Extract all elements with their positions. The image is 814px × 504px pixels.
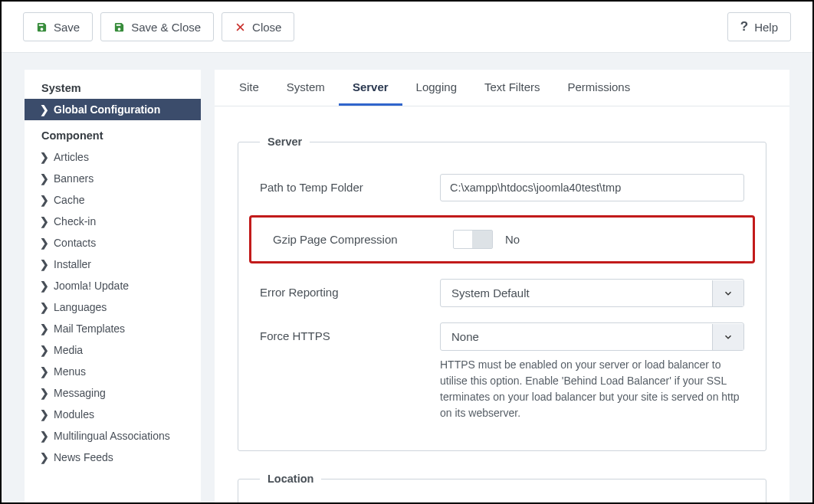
sidebar-item-modules[interactable]: ❯Modules (25, 404, 201, 425)
sidebar-item-global-configuration[interactable]: ❯ Global Configuration (25, 99, 201, 120)
label-path: Path to Temp Folder (260, 174, 440, 194)
chevron-right-icon: ❯ (40, 215, 48, 227)
row-force-https: Force HTTPS None HTTPS must be enabled o… (238, 315, 766, 429)
sidebar-item-media[interactable]: ❯Media (25, 339, 201, 361)
sidebar-item-joomla-update[interactable]: ❯Joomla! Update (25, 275, 201, 296)
server-panel: Server Path to Temp Folder Gzip Page Com… (238, 136, 766, 451)
sidebar-item-label: Mail Templates (54, 322, 125, 335)
close-label: Close (252, 21, 281, 34)
sidebar-item-label: Media (54, 344, 83, 356)
location-panel: Location (238, 473, 766, 504)
sidebar-item-label: Global Configuration (54, 103, 160, 116)
chevron-down-icon (712, 324, 743, 350)
chevron-right-icon: ❯ (40, 194, 48, 206)
sidebar-group-component: Component (25, 120, 201, 146)
help-button[interactable]: ? Help (727, 12, 791, 41)
tab-system[interactable]: System (273, 70, 339, 106)
chevron-right-icon: ❯ (40, 237, 48, 249)
sidebar-item-installer[interactable]: ❯Installer (25, 254, 201, 275)
sidebar: System ❯ Global Configuration Component … (25, 70, 201, 504)
tab-text-filters[interactable]: Text Filters (471, 70, 554, 106)
save-close-label: Save & Close (131, 21, 201, 34)
gzip-toggle[interactable]: No (453, 230, 731, 249)
help-icon: ? (740, 19, 748, 34)
label-force-https: Force HTTPS (260, 322, 440, 342)
tab-site[interactable]: Site (225, 70, 273, 106)
close-icon (235, 21, 246, 33)
sidebar-item-banners[interactable]: ❯Banners (25, 168, 201, 189)
tab-permissions[interactable]: Permissions (554, 70, 645, 106)
sidebar-item-label: Articles (54, 151, 89, 163)
save-icon (113, 21, 125, 33)
sidebar-item-languages[interactable]: ❯Languages (25, 296, 201, 318)
sidebar-item-articles[interactable]: ❯Articles (25, 146, 201, 168)
sidebar-item-label: Banners (54, 172, 94, 185)
toolbar: Save Save & Close Close ? Help (2, 2, 812, 53)
save-label: Save (54, 21, 80, 34)
sidebar-item-label: Modules (54, 408, 94, 421)
switch-knob (472, 231, 492, 248)
chevron-right-icon: ❯ (40, 430, 48, 442)
chevron-right-icon: ❯ (40, 301, 48, 313)
panel-legend: Location (260, 473, 321, 485)
sidebar-item-mail-templates[interactable]: ❯Mail Templates (25, 318, 201, 339)
save-close-button[interactable]: Save & Close (100, 12, 214, 41)
sidebar-item-contacts[interactable]: ❯Contacts (25, 232, 201, 254)
chevron-right-icon: ❯ (40, 103, 48, 116)
sidebar-item-label: Joomla! Update (54, 280, 129, 292)
path-to-temp-input[interactable] (440, 174, 744, 201)
chevron-right-icon: ❯ (40, 408, 48, 421)
row-path-to-temp: Path to Temp Folder (238, 166, 766, 209)
sidebar-item-label: News Feeds (54, 451, 113, 463)
save-button[interactable]: Save (23, 12, 93, 41)
chevron-right-icon: ❯ (40, 365, 48, 378)
chevron-right-icon: ❯ (40, 280, 48, 292)
sidebar-item-label: Installer (54, 258, 91, 270)
sidebar-item-label: Cache (54, 194, 84, 206)
tabs: SiteSystemServerLoggingText FiltersPermi… (215, 70, 789, 106)
chevron-right-icon: ❯ (40, 344, 48, 356)
sidebar-item-news-feeds[interactable]: ❯News Feeds (25, 447, 201, 468)
sidebar-item-multilingual-associations[interactable]: ❯Multilingual Associations (25, 425, 201, 447)
tab-server[interactable]: Server (339, 70, 402, 106)
content-area: SiteSystemServerLoggingText FiltersPermi… (215, 70, 789, 504)
force-https-help-text: HTTPS must be enabled on your server or … (440, 357, 744, 421)
switch-value-label: No (505, 233, 520, 246)
force-https-select[interactable]: None (440, 322, 744, 351)
sidebar-item-label: Contacts (54, 237, 96, 249)
sidebar-item-menus[interactable]: ❯Menus (25, 361, 201, 382)
row-gzip-compression-highlighted: Gzip Page Compression No (249, 215, 755, 263)
chevron-right-icon: ❯ (40, 151, 48, 163)
sidebar-item-check-in[interactable]: ❯Check-in (25, 211, 201, 232)
sidebar-group-system: System (25, 82, 201, 99)
select-value: System Default (441, 280, 540, 306)
label-error-reporting: Error Reporting (260, 279, 440, 299)
chevron-right-icon: ❯ (40, 322, 48, 335)
sidebar-item-cache[interactable]: ❯Cache (25, 189, 201, 211)
sidebar-item-messaging[interactable]: ❯Messaging (25, 382, 201, 404)
sidebar-item-label: Check-in (54, 215, 96, 227)
label-gzip: Gzip Page Compression (273, 233, 453, 246)
panel-legend: Server (260, 136, 310, 148)
help-label: Help (754, 21, 778, 34)
chevron-down-icon (712, 280, 743, 306)
chevron-right-icon: ❯ (40, 258, 48, 270)
error-reporting-select[interactable]: System Default (440, 279, 744, 307)
tab-logging[interactable]: Logging (402, 70, 471, 106)
chevron-right-icon: ❯ (40, 172, 48, 185)
sidebar-item-label: Messaging (54, 387, 106, 399)
row-error-reporting: Error Reporting System Default (238, 271, 766, 315)
sidebar-item-label: Multilingual Associations (54, 430, 170, 442)
sidebar-item-label: Menus (54, 365, 86, 378)
chevron-right-icon: ❯ (40, 451, 48, 463)
close-button[interactable]: Close (222, 12, 294, 41)
sidebar-item-label: Languages (54, 301, 107, 313)
switch-track (453, 230, 493, 249)
save-icon (36, 21, 48, 33)
select-value: None (441, 323, 490, 350)
chevron-right-icon: ❯ (40, 387, 48, 399)
